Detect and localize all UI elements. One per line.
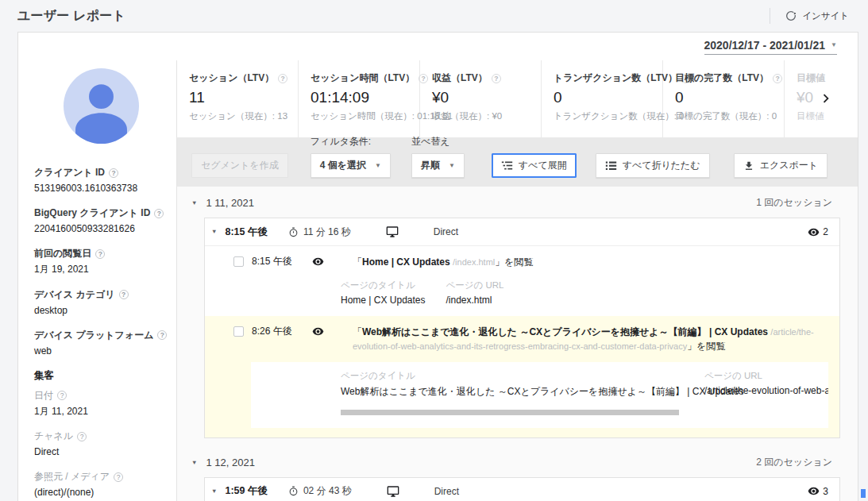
chevron-right-icon [817, 90, 835, 107]
metric-sub: 収益（現在）: ¥0 [432, 110, 541, 122]
export-label: エクスポート [760, 159, 818, 172]
report-main: セッション（LTV）? 11 セッション（現在）: 13 セッション時間（LTV… [177, 60, 858, 501]
sort-select[interactable]: 昇順 ▼ [411, 153, 465, 178]
metric-goal-completions-ltv: 目標の完了数（LTV）? 0 目標の完了数（現在）: 0 [663, 60, 785, 137]
field-value: desktop [34, 304, 168, 317]
filter-select[interactable]: 4 個を選択 ▼ [311, 153, 391, 178]
help-icon[interactable]: ? [119, 290, 129, 299]
create-segment-button[interactable]: セグメントを作成 [191, 153, 288, 178]
metric-value: ¥0 [432, 89, 541, 106]
page-title-label: ページのタイトル [341, 279, 426, 291]
field-label: チャネル [34, 430, 73, 443]
metric-sub: トランザクション数（現在）: 0 [554, 110, 662, 122]
hit-time: 8:26 午後 [252, 325, 303, 338]
metric-value: 0 [554, 89, 662, 106]
download-icon [743, 160, 754, 171]
field-label: 参照元 / メディア [34, 470, 110, 484]
field-bigquery-client-id: BigQuery クライアント ID? 2204160050933281626 [34, 206, 168, 235]
page-title-value: Web解析はここまで進化・退化した ～CXとプライバシーを抱擁せよ～【前編】 |… [341, 385, 684, 399]
eye-icon [312, 256, 324, 268]
user-avatar [64, 68, 139, 144]
metric-transactions-ltv: トランザクション数（LTV）? 0 トランザクション数（現在）: 0 [542, 60, 663, 137]
collapse-triangle-icon[interactable]: ▼ [211, 488, 217, 495]
page-url-label: ページの URL [446, 279, 504, 291]
group-session-count: 1 回のセッション [756, 196, 832, 210]
toolbar: セグメントを作成 フィルタ条件: 4 個を選択 ▼ 並べ替え 昇順 ▼ [177, 137, 858, 187]
hit-checkbox[interactable] [233, 326, 244, 337]
field-value: 1月 11, 2021 [34, 405, 168, 418]
collapse-triangle-icon[interactable]: ▼ [191, 460, 197, 466]
metric-value: 01:14:09 [311, 89, 419, 106]
metric-sub: セッション時間（現在）: 01:18:51 [311, 110, 419, 122]
person-icon [64, 68, 139, 144]
collapse-all-button[interactable]: すべて折りたたむ [596, 153, 710, 178]
scroll-indicator[interactable] [861, 489, 866, 498]
sort-value: 昇順 [421, 159, 440, 172]
horizontal-scrollbar[interactable] [341, 410, 679, 415]
field-label: クライアント ID [34, 166, 105, 179]
eye-icon [808, 226, 820, 238]
collapse-all-label: すべて折りたたむ [623, 159, 700, 172]
insights-icon [785, 10, 797, 22]
hit-row-highlighted: 8:26 午後 「Web解析はここまで進化・退化した ～CXとプライバシーを抱擁… [205, 316, 839, 437]
hit-page-title: Home | CX Updates [362, 256, 450, 268]
metrics-next-button[interactable] [816, 89, 835, 108]
help-icon[interactable]: ? [109, 168, 118, 178]
insights-label: インサイト [802, 10, 849, 22]
session-header: ▼ 1:59 午後 02 分 43 秒 Direct [205, 478, 839, 501]
desktop-icon [387, 485, 399, 498]
field-value: (direct)/(none) [34, 486, 168, 499]
hit-detail: ページのタイトル Home | CX Updates ページの URL /ind… [341, 279, 828, 306]
metric-sub: 目標値 [797, 110, 858, 122]
session-channel: Direct [434, 486, 459, 497]
field-label: デバイス カテゴリ [34, 288, 115, 302]
collapse-triangle-icon[interactable]: ▼ [211, 229, 217, 235]
caret-down-icon: ▼ [831, 42, 837, 48]
metric-value: 0 [675, 89, 784, 106]
field-last-seen: 前回の閲覧日? 1月 19, 2021 [34, 247, 168, 276]
help-icon[interactable]: ? [95, 249, 105, 259]
sort-group: 並べ替え 昇順 ▼ [411, 135, 465, 178]
expand-all-button[interactable]: すべて展開 [492, 153, 577, 178]
help-icon[interactable]: ? [77, 432, 87, 441]
topbar: ユーザー レポート インサイト [0, 0, 868, 32]
caret-down-icon: ▼ [449, 163, 455, 169]
report-card: 2020/12/17 - 2021/01/21 ▼ クライアント ID? 513… [17, 32, 858, 501]
hit-checkbox[interactable] [233, 256, 244, 267]
help-icon[interactable]: ? [154, 209, 164, 218]
help-icon[interactable]: ? [773, 74, 782, 83]
session-duration: 02 分 43 秒 [303, 484, 352, 498]
help-icon[interactable]: ? [492, 74, 501, 83]
help-icon[interactable]: ? [114, 472, 123, 482]
help-icon[interactable]: ? [278, 74, 287, 83]
acquisition-section-header: 集客 [34, 369, 168, 383]
date-range-selector[interactable]: 2020/12/17 - 2021/01/21 ▼ [704, 39, 838, 55]
page-title-value: Home | CX Updates [341, 295, 426, 306]
collapse-triangle-icon[interactable]: ▼ [191, 200, 197, 206]
field-channel: チャネル? Direct [34, 430, 168, 458]
metric-revenue-ltv: 収益（LTV）? ¥0 収益（現在）: ¥0 [420, 60, 542, 137]
metrics-row: セッション（LTV）? 11 セッション（現在）: 13 セッション時間（LTV… [177, 60, 858, 137]
field-label: 日付 [34, 389, 53, 403]
session-view-count: 2 [823, 226, 828, 237]
topbar-actions: インサイト [770, 8, 849, 24]
hit-action: 「Home | CX Updates /index.html」を閲覧 [353, 255, 545, 270]
field-device-category: デバイス カテゴリ? desktop [34, 288, 168, 317]
session-header: ▼ 8:15 午後 11 分 16 秒 Direct [205, 218, 839, 246]
hit-page-title: Web解析はここまで進化・退化した ～CXとプライバシーを抱擁せよ～【前編】 |… [362, 326, 768, 337]
export-button[interactable]: エクスポート [734, 153, 827, 178]
hit-action: 「Web解析はここまで進化・退化した ～CXとプライバシーを抱擁せよ～【前編】 … [353, 325, 828, 354]
page-title-label: ページのタイトル [341, 370, 684, 382]
group-date: 1 12, 2021 [206, 457, 254, 468]
help-icon[interactable]: ? [57, 391, 67, 400]
date-row: 2020/12/17 - 2021/01/21 ▼ [18, 33, 858, 60]
field-value: 1月 19, 2021 [34, 263, 168, 276]
group-header: ▼ 1 12, 2021 2 回のセッション [191, 450, 840, 475]
field-label: デバイス プラットフォーム [34, 329, 153, 342]
session-channel: Direct [434, 226, 458, 237]
help-icon[interactable]: ? [157, 330, 167, 340]
insights-button[interactable]: インサイト [785, 10, 849, 22]
page-url-value: /article/the-evolution-of-web-analytics-… [704, 385, 828, 396]
field-source-medium: 参照元 / メディア? (direct)/(none) [34, 470, 168, 499]
metric-sub: 目標の完了数（現在）: 0 [675, 110, 784, 122]
